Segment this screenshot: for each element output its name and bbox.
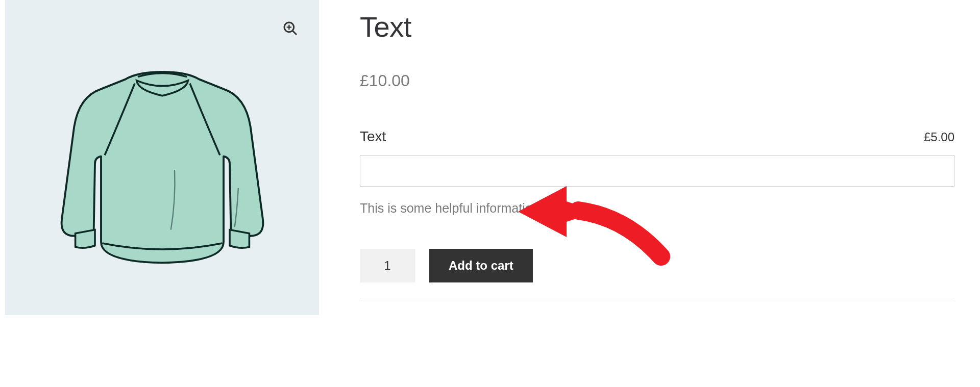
addon-text-input[interactable] <box>360 155 954 187</box>
divider <box>360 298 954 298</box>
addon-label: Text <box>360 128 386 145</box>
add-to-cart-button[interactable]: Add to cart <box>429 249 533 282</box>
quantity-input[interactable] <box>360 249 415 282</box>
addon-description: This is some helpful information <box>360 201 954 216</box>
product-price: £10.00 <box>360 71 954 90</box>
product-title: Text <box>360 10 954 43</box>
add-to-cart-form: Add to cart <box>360 249 954 282</box>
svg-line-1 <box>293 31 297 35</box>
addon-price: £5.00 <box>924 130 954 144</box>
zoom-in-icon[interactable] <box>282 20 299 37</box>
product-gallery <box>5 0 319 315</box>
product-summary: Text £10.00 Text £5.00 This is some help… <box>360 0 975 315</box>
addon-header: Text £5.00 <box>360 128 954 145</box>
product-image[interactable] <box>40 35 285 280</box>
